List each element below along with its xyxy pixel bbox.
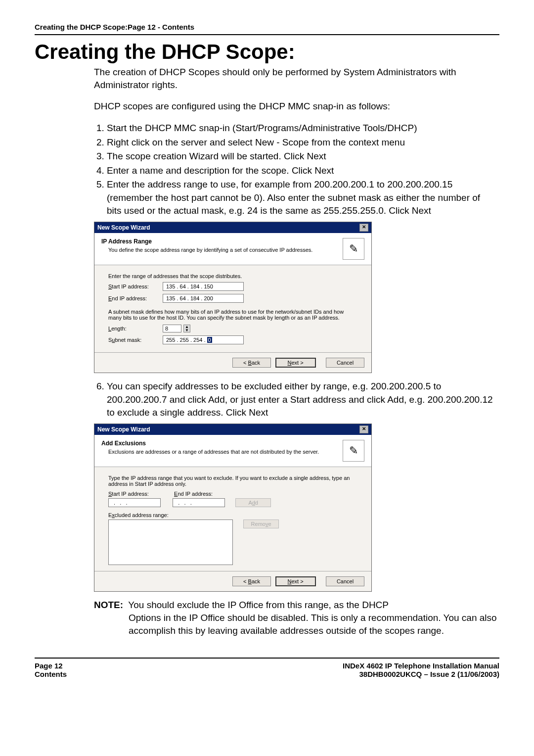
wizard2-head-title: Add Exclusions [101, 440, 339, 447]
next-button[interactable]: Next > [275, 576, 316, 586]
excl-start-input[interactable]: . . . [108, 498, 161, 507]
wizard1-mask-text: A subnet mask defines how many bits of a… [108, 309, 357, 321]
cancel-button[interactable]: Cancel [326, 576, 364, 586]
steps-list-a: Start the DHCP MMC snap-in (Start/Progra… [94, 122, 494, 218]
wizard1-head-subtitle: You define the scope address range by id… [108, 246, 339, 254]
footer-page: Page 12 [35, 662, 67, 670]
wizard-ip-address-range: New Scope Wizard ✕ IP Address Range You … [94, 222, 372, 373]
subnet-selected-octet: 0 [207, 337, 212, 343]
page-footer: Page 12 Contents INDeX 4602 IP Telephone… [35, 658, 499, 678]
page-title: Creating the DHCP Scope: [35, 40, 499, 64]
end-ip-input[interactable]: 135 . 64 . 184 . 200 [163, 294, 244, 303]
subnet-prefix: 255 . 255 . 254 . [166, 337, 207, 343]
wizard1-head-title: IP Address Range [101, 238, 339, 245]
footer-issue: 38DHB0002UKCQ – Issue 2 (11/06/2003) [343, 670, 499, 678]
wizard1-instr1: Enter the range of addresses that the sc… [108, 273, 357, 279]
back-button[interactable]: < Back [232, 358, 271, 368]
cancel-button[interactable]: Cancel [326, 358, 364, 368]
close-icon[interactable]: ✕ [359, 224, 368, 232]
remove-button[interactable]: Remove [243, 520, 279, 528]
excluded-range-list[interactable] [108, 520, 233, 565]
step-2: Right click on the server and select New… [107, 136, 494, 149]
length-label: Length: [108, 326, 163, 331]
wizard-logo-icon: ✎ [343, 440, 364, 462]
end-ip-label: End IP address: [108, 295, 163, 301]
footer-manual: INDeX 4602 IP Telephone Installation Man… [343, 662, 499, 670]
wizard2-title: New Scope Wizard [97, 426, 150, 433]
step-1: Start the DHCP MMC snap-in (Start/Progra… [107, 122, 494, 135]
start-ip-label: Start IP address: [108, 284, 163, 289]
start-ip-input[interactable]: 135 . 64 . 184 . 150 [163, 282, 244, 291]
page-header: Creating the DHCP Scope:Page 12 - Conten… [35, 23, 499, 35]
back-button[interactable]: < Back [232, 576, 271, 586]
excl-end-label: End IP address: [174, 491, 233, 497]
wizard1-title: New Scope Wizard [97, 224, 150, 231]
next-button[interactable]: Next > [275, 358, 316, 368]
subnet-mask-input[interactable]: 255 . 255 . 254 . 0 [163, 335, 244, 344]
wizard2-head-subtitle: Exclusions are addresses or a range of a… [108, 448, 339, 456]
close-icon[interactable]: ✕ [359, 425, 368, 433]
step-5: Enter the address range to use, for exam… [107, 178, 494, 218]
step-6: You can specify addresses to be excluded… [107, 380, 494, 420]
excl-start-label: Start IP address: [108, 491, 173, 497]
footer-contents: Contents [35, 670, 67, 678]
step-3: The scope creation Wizard will be starte… [107, 150, 494, 163]
subnet-mask-label: Subnet mask: [108, 337, 163, 343]
length-input[interactable]: 8 [163, 325, 181, 332]
steps-list-b: You can specify addresses to be excluded… [94, 380, 494, 420]
add-button[interactable]: Add [235, 498, 271, 507]
note-text-first: You should exclude the IP Office from th… [128, 600, 389, 610]
excluded-range-label: Excluded address range: [108, 512, 357, 518]
length-spinner[interactable]: ▲▼ [183, 325, 190, 332]
intro-paragraph-1: The creation of DHCP Scopes should only … [94, 66, 494, 91]
intro-paragraph-2: DHCP scopes are configured using the DHC… [94, 100, 494, 113]
wizard-logo-icon: ✎ [343, 238, 364, 260]
note-block: NOTE: You should exclude the IP Office f… [94, 599, 499, 638]
note-label: NOTE: [94, 600, 123, 610]
excl-end-input[interactable]: . . . [173, 498, 225, 507]
wizard2-instr: Type the IP address range that you want … [108, 475, 357, 487]
step-4: Enter a name and description for the sco… [107, 164, 494, 178]
note-text-rest: Options in the IP Office should be disab… [129, 612, 499, 637]
wizard-add-exclusions: New Scope Wizard ✕ Add Exclusions Exclus… [94, 424, 372, 592]
